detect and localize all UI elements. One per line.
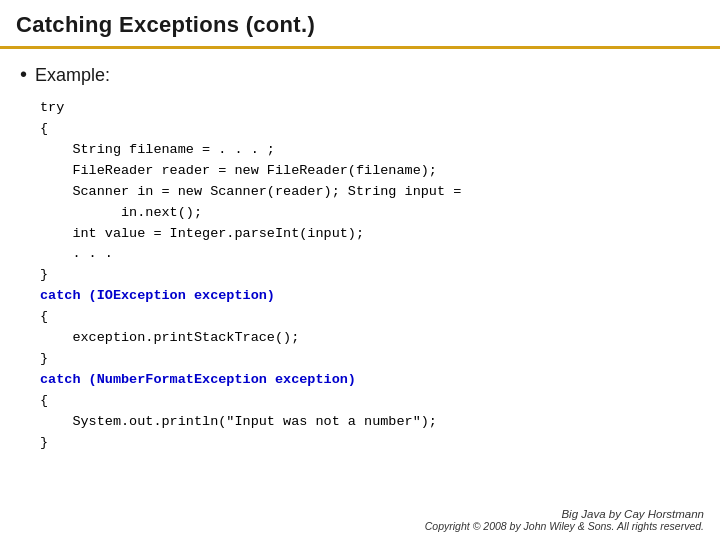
code-line-0: try (40, 98, 700, 119)
footer-line2: Copyright © 2008 by John Wiley & Sons. A… (16, 520, 704, 532)
code-line-9: catch (IOException exception) (40, 286, 700, 307)
bullet-item: • Example: (20, 65, 700, 86)
bullet-dot: • (20, 63, 27, 86)
content-area: • Example: try { String filename = . . .… (0, 49, 720, 502)
code-block: try { String filename = . . . ; FileRead… (40, 98, 700, 454)
code-line-6: int value = Integer.parseInt(input); (40, 224, 700, 245)
slide-container: Catching Exceptions (cont.) • Example: t… (0, 0, 720, 540)
bullet-label: Example: (35, 65, 110, 86)
code-line-8: } (40, 265, 700, 286)
code-line-3: FileReader reader = new FileReader(filen… (40, 161, 700, 182)
code-line-2: String filename = . . . ; (40, 140, 700, 161)
slide-title: Catching Exceptions (cont.) (16, 12, 315, 37)
title-bar: Catching Exceptions (cont.) (0, 0, 720, 49)
code-line-4: Scanner in = new Scanner(reader); String… (40, 182, 700, 203)
code-line-10: { (40, 307, 700, 328)
code-line-1: { (40, 119, 700, 140)
code-line-5: in.next(); (40, 203, 700, 224)
code-line-7: . . . (40, 244, 700, 265)
code-line-11: exception.printStackTrace(); (40, 328, 700, 349)
code-line-12: } (40, 349, 700, 370)
footer-line1: Big Java by Cay Horstmann (16, 508, 704, 520)
code-line-14: { (40, 391, 700, 412)
footer: Big Java by Cay Horstmann Copyright © 20… (0, 502, 720, 540)
code-line-13: catch (NumberFormatException exception) (40, 370, 700, 391)
code-line-16: } (40, 433, 700, 454)
code-line-15: System.out.println("Input was not a numb… (40, 412, 700, 433)
